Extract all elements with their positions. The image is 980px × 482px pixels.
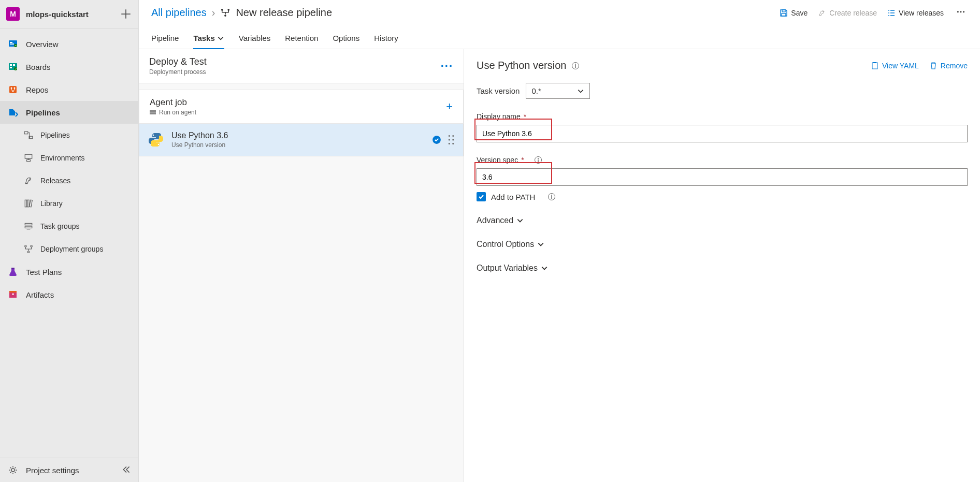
tab-options[interactable]: Options <box>333 28 359 49</box>
output-variables-section[interactable]: Output Variables <box>477 264 968 273</box>
stage-more-button[interactable]: ··· <box>441 60 453 73</box>
breadcrumb-root[interactable]: All pipelines <box>151 7 207 19</box>
svg-rect-55 <box>873 62 876 63</box>
svg-point-3 <box>14 44 17 47</box>
tab-history[interactable]: History <box>374 28 398 49</box>
view-releases-button[interactable]: View releases <box>887 9 944 17</box>
info-icon[interactable] <box>534 156 542 164</box>
version-spec-label: Version spec* <box>477 156 968 164</box>
svg-point-33 <box>225 14 227 17</box>
svg-rect-16 <box>27 159 31 161</box>
display-name-input[interactable] <box>477 125 968 142</box>
svg-rect-22 <box>25 226 32 228</box>
svg-point-45 <box>449 135 450 137</box>
svg-rect-7 <box>10 67 12 68</box>
sidebar-item-label: Pipelines <box>40 131 70 139</box>
rocket-icon <box>818 9 826 17</box>
taskgroups-icon <box>24 221 33 232</box>
stage-header[interactable]: Deploy & Test Deployment process ··· <box>139 49 464 83</box>
svg-rect-20 <box>30 200 33 207</box>
version-spec-input[interactable] <box>477 168 968 186</box>
environments-icon <box>24 152 33 164</box>
library-icon <box>24 198 33 209</box>
sidebar-item-label: Artifacts <box>26 290 54 299</box>
tab-pipeline[interactable]: Pipeline <box>151 28 179 49</box>
save-icon <box>780 9 788 17</box>
view-yaml-button[interactable]: View YAML <box>871 62 919 70</box>
info-icon[interactable] <box>547 193 556 201</box>
svg-rect-41 <box>150 112 156 114</box>
svg-rect-61 <box>552 196 552 199</box>
sidebar-item-pipelines[interactable]: Pipelines <box>0 101 138 124</box>
top-actions: Save Create release View releases <box>780 5 968 20</box>
pipeline-tabs: Pipeline Tasks Variables Retention Optio… <box>139 28 980 49</box>
tab-variables[interactable]: Variables <box>239 28 270 49</box>
add-to-path-checkbox[interactable] <box>477 192 486 201</box>
breadcrumb-title[interactable]: New release pipeline <box>236 7 332 19</box>
sidebar-item-label: Boards <box>26 63 51 71</box>
svg-rect-5 <box>10 64 12 66</box>
task-row-use-python[interactable]: Use Python 3.6 Use Python version <box>139 124 464 156</box>
sidebar-subitem-releases[interactable]: Releases <box>0 169 138 192</box>
agent-job-subtitle: Run on agent <box>150 109 196 116</box>
sidebar: M mlops-quickstart Overview Boards Repos… <box>0 0 139 482</box>
svg-point-23 <box>25 245 26 247</box>
tab-retention[interactable]: Retention <box>285 28 318 49</box>
overview-icon <box>7 38 19 50</box>
info-icon[interactable] <box>571 62 580 70</box>
sidebar-subitem-deploymentgroups[interactable]: Deployment groups <box>0 238 138 260</box>
sidebar-subitem-library[interactable]: Library <box>0 192 138 215</box>
control-options-section[interactable]: Control Options <box>477 240 968 249</box>
remove-button[interactable]: Remove <box>929 62 968 70</box>
svg-rect-26 <box>11 268 15 269</box>
sidebar-subitem-taskgroups[interactable]: Task groups <box>0 215 138 238</box>
project-settings-link[interactable]: Project settings <box>0 458 138 482</box>
sidebar-item-testplans[interactable]: Test Plans <box>0 260 138 283</box>
trash-icon <box>929 62 938 70</box>
collapse-sidebar-button[interactable] <box>122 465 131 476</box>
sidebar-subitem-pipelines[interactable]: Pipelines <box>0 124 138 147</box>
svg-rect-18 <box>25 200 26 207</box>
agent-job-row[interactable]: Agent job Run on agent + <box>139 90 464 124</box>
release-pipeline-icon <box>220 8 230 18</box>
sidebar-item-artifacts[interactable]: Artifacts <box>0 283 138 306</box>
tab-tasks[interactable]: Tasks <box>193 28 224 49</box>
create-release-label: Create release <box>829 9 877 17</box>
new-item-button[interactable] <box>121 9 131 19</box>
svg-point-46 <box>452 135 454 137</box>
task-version-select[interactable]: 0.* <box>526 83 590 99</box>
task-version-value: 0.* <box>531 86 541 95</box>
chevron-down-icon <box>577 87 584 95</box>
sidebar-item-label: Repos <box>26 85 48 94</box>
save-button[interactable]: Save <box>780 9 808 17</box>
project-name[interactable]: mlops-quickstart <box>26 10 114 19</box>
sidebar-item-repos[interactable]: Repos <box>0 78 138 101</box>
svg-rect-1 <box>10 42 12 43</box>
add-to-path-label: Add to PATH <box>491 193 535 201</box>
releases-icon <box>24 175 33 186</box>
svg-point-49 <box>449 143 450 144</box>
svg-point-25 <box>27 251 29 253</box>
breadcrumb: All pipelines › New release pipeline <box>151 7 332 19</box>
sidebar-item-label: Overview <box>26 40 59 49</box>
advanced-section[interactable]: Advanced <box>477 216 968 225</box>
task-title: Use Python 3.6 <box>171 131 228 140</box>
pipelines-sub-icon <box>24 129 33 141</box>
svg-rect-53 <box>575 65 576 68</box>
svg-rect-6 <box>13 64 15 66</box>
svg-rect-40 <box>150 110 156 112</box>
svg-point-37 <box>957 11 959 13</box>
svg-rect-28 <box>9 291 17 293</box>
sidebar-item-overview[interactable]: Overview <box>0 33 138 55</box>
breadcrumb-separator: › <box>212 7 215 19</box>
svg-point-38 <box>960 11 962 13</box>
sidebar-subitem-environments[interactable]: Environments <box>0 147 138 169</box>
gear-icon <box>7 464 19 476</box>
clipboard-icon <box>871 62 879 70</box>
add-task-button[interactable]: + <box>446 100 453 113</box>
more-actions-button[interactable] <box>954 5 968 20</box>
drag-handle-icon[interactable] <box>448 135 455 145</box>
svg-point-30 <box>11 469 15 472</box>
svg-point-60 <box>551 195 552 196</box>
sidebar-item-boards[interactable]: Boards <box>0 55 138 78</box>
